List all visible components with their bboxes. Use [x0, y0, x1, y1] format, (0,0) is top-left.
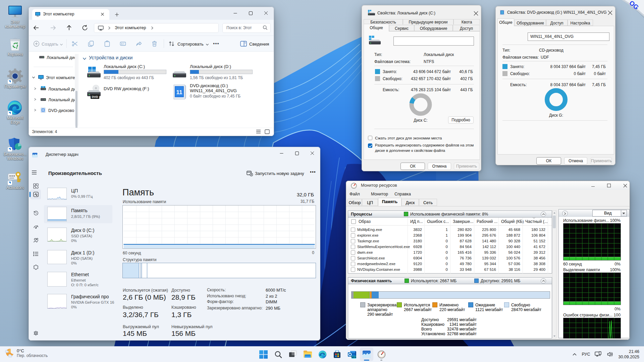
svg-text:11: 11	[176, 89, 182, 96]
svg-text:DVD: DVD	[92, 95, 98, 99]
svg-text:NEW: NEW	[351, 356, 356, 358]
